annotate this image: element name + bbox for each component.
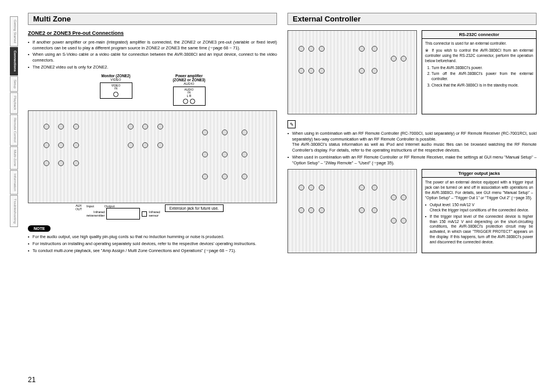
rs232-header: RS-232C connector xyxy=(422,31,536,39)
note-bullets: For the audio output, use high quality p… xyxy=(28,234,277,253)
note-pill: NOTE xyxy=(28,225,51,232)
col-multi-zone: Multi Zone ZONE2 or ZONE3 Pre-out Connec… xyxy=(28,13,277,382)
section-title-external: External Controller xyxy=(287,13,537,25)
tab-troubleshooting[interactable]: Troubleshooting xyxy=(10,195,18,227)
trigger-panel: Trigger output jacks The power of an ext… xyxy=(422,169,537,253)
subtitle-zone-preout: ZONE2 or ZONE3 Pre-out Connections xyxy=(28,30,277,36)
extension-jack-note: Extension jack for future use. xyxy=(165,204,224,212)
tab-connections[interactable]: Connections xyxy=(10,47,18,75)
rs232-step: Turn the AVR-3808CI's power. xyxy=(431,66,533,71)
rear-panel-diagram-left xyxy=(28,110,277,203)
monitor-box: VIDEO IN xyxy=(100,82,132,99)
bullet: If another power amplifier or pre-main (… xyxy=(28,39,277,51)
rear-panel-diagram-trigger xyxy=(287,169,417,253)
rf-bullet: When using in combination with an RF Rem… xyxy=(287,131,537,153)
col-external-controller: External Controller RS-232C connector Th… xyxy=(287,13,537,382)
trigger-bullet: Output level: 150 mA/12 V Check the trig… xyxy=(425,203,533,213)
amp-label: Power amplifier (ZONE2 or ZONE3) AUDIO A… xyxy=(173,74,206,107)
rs232-panel: RS-232C connector This connector is used… xyxy=(422,30,537,114)
section-title-multi-zone: Multi Zone xyxy=(28,13,277,25)
ir-sensor-icon xyxy=(142,211,147,217)
trigger-header: Trigger output jacks xyxy=(422,170,536,178)
tab-playback[interactable]: Playback xyxy=(10,92,18,113)
pencil-icon: ✎ xyxy=(287,120,296,128)
rs232-step: Check that the AVR-3808CI is in the stan… xyxy=(431,83,533,88)
rf-bullets: When using in combination with an RF Rem… xyxy=(287,131,537,166)
bullet: When using an S-Video cable or a video c… xyxy=(28,52,277,63)
tab-getting-started[interactable]: Getting Started xyxy=(10,16,18,46)
aux-out-label: AUX OUT xyxy=(75,204,82,211)
tab-setup[interactable]: Setup xyxy=(10,76,18,92)
note-bullet: For the audio output, use high quality p… xyxy=(28,234,277,240)
amp-box: AUDIO IN L R xyxy=(173,87,206,106)
monitor-label: Monitor (ZONE2) VIDEO VIDEO IN xyxy=(100,74,132,107)
trigger-bullet: If the trigger input level of the connec… xyxy=(425,214,533,245)
note-bullet: For instructions on installing and opera… xyxy=(28,241,277,247)
ir-device-box xyxy=(106,208,140,220)
sidebar-nav: Getting Started Connections Setup Playba… xyxy=(10,16,18,227)
tab-multi-zone[interactable]: Multi-Zone xyxy=(10,146,18,170)
ir-retx-label: Infrared retransmitter xyxy=(87,210,105,217)
rf-bullet: When used in combination with an RF Remo… xyxy=(287,154,537,166)
rear-panel-diagram-rs232 xyxy=(287,30,417,114)
bullets-top: If another power amplifier or pre-main (… xyxy=(28,39,277,70)
bullet: The ZONE2 video out is only for ZONE2. xyxy=(28,64,277,70)
page-number: 21 xyxy=(28,376,35,384)
input-label: Input xyxy=(87,204,94,208)
tab-remote-control[interactable]: Remote Control xyxy=(10,114,18,146)
trigger-p1: The power of an external device equipped… xyxy=(425,180,533,201)
ir-sensor-label: Infrared sensor xyxy=(149,210,160,217)
rs232-intro: This connector is used for an external c… xyxy=(425,41,533,46)
rs232-step: Turn off the AVR-3808CI's power from the… xyxy=(431,71,533,82)
tab-information[interactable]: Information xyxy=(10,170,18,195)
note-bullet: To conduct multi-zone playback, see "Amp… xyxy=(28,248,277,254)
rs232-star: ※ If you wish to control the AVR-3808CI … xyxy=(425,48,533,64)
